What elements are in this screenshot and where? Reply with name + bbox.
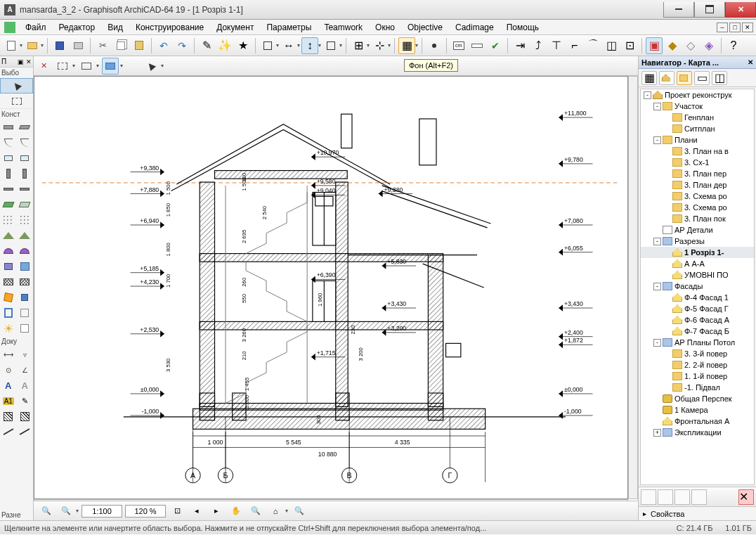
tree-row[interactable]: 1 Камера bbox=[641, 404, 754, 416]
tree-row[interactable]: Ф-6 Фасад А bbox=[641, 314, 754, 326]
new-file-button[interactable] bbox=[3, 37, 20, 54]
tool-level[interactable]: ▿ bbox=[17, 347, 34, 362]
tool-slab[interactable] bbox=[0, 197, 17, 212]
favorites-button[interactable]: ★ bbox=[235, 37, 252, 54]
zoom-tool-button[interactable]: 🔍 bbox=[291, 503, 308, 520]
window-minimize-button[interactable] bbox=[663, 2, 694, 18]
tree-row[interactable]: Ситплан bbox=[641, 123, 754, 134]
edit7-button[interactable]: ⊡ bbox=[621, 37, 638, 54]
layer-button[interactable]: ▦ bbox=[398, 37, 415, 54]
tool-mesh-alt[interactable] bbox=[17, 274, 34, 290]
tree-row[interactable]: Ф-4 Фасад 1 bbox=[641, 292, 754, 303]
tree-row[interactable]: -1. Підвал bbox=[641, 382, 754, 393]
check-button[interactable]: ✔ bbox=[487, 37, 504, 54]
tool-fill[interactable] bbox=[0, 409, 17, 424]
tool-dimension[interactable]: ⟷ bbox=[0, 347, 17, 362]
tree-row[interactable]: Фронтальная А bbox=[641, 416, 754, 427]
tool-zone-alt[interactable] bbox=[17, 305, 34, 321]
tool-shell[interactable] bbox=[0, 243, 17, 259]
canvas-tool2[interactable] bbox=[78, 58, 95, 75]
tool-arrow[interactable] bbox=[0, 78, 33, 94]
zoom1-button[interactable]: 🔍 bbox=[38, 503, 55, 520]
tool-angle[interactable]: ∠ bbox=[17, 362, 34, 378]
tree-row[interactable]: -Разрезы bbox=[641, 236, 754, 247]
tree-row[interactable]: +Экспликации bbox=[641, 427, 754, 438]
nav-prev-button[interactable]: ◂ bbox=[188, 503, 205, 520]
canvas-close-icon[interactable]: ✕ bbox=[41, 61, 47, 70]
tool-label-alt[interactable]: ✎ bbox=[17, 393, 34, 409]
tree-row[interactable]: -Участок bbox=[641, 101, 754, 112]
navigator-tab-2[interactable] bbox=[659, 71, 674, 85]
tree-row[interactable]: Генплан bbox=[641, 112, 754, 123]
grid-button[interactable]: ⊞ bbox=[350, 37, 367, 54]
tree-row[interactable]: Общая Перспек bbox=[641, 393, 754, 404]
menu-cadimage[interactable]: Cadimage bbox=[450, 21, 500, 34]
tool-marquee[interactable] bbox=[0, 94, 33, 109]
help-button[interactable]: ? bbox=[725, 37, 742, 54]
magic-button[interactable]: ✨ bbox=[216, 37, 233, 54]
redo-button[interactable]: ↶ bbox=[174, 37, 190, 54]
menu-editor[interactable]: Редактор bbox=[53, 21, 101, 34]
navigator-tab-3[interactable] bbox=[677, 71, 692, 85]
tool-door-alt[interactable] bbox=[17, 135, 34, 150]
tool-window-alt[interactable] bbox=[17, 150, 34, 166]
tree-row[interactable]: 1. 1-й повер bbox=[641, 371, 754, 382]
tool-column[interactable] bbox=[0, 166, 17, 181]
tool-stair[interactable] bbox=[0, 212, 17, 228]
menu-construction[interactable]: Конструирование bbox=[130, 21, 209, 34]
canvas[interactable]: АБВГ bbox=[34, 76, 628, 499]
orbit-button[interactable]: 🔍 bbox=[247, 503, 264, 520]
tree-row[interactable]: 2. 2-й повер bbox=[641, 359, 754, 371]
nav-next-button[interactable]: ▸ bbox=[208, 503, 225, 520]
tool-beam[interactable] bbox=[0, 181, 17, 197]
menu-help[interactable]: Помощь bbox=[501, 21, 545, 34]
print-button[interactable] bbox=[70, 37, 86, 54]
tree-row[interactable]: 3. 3-й повер bbox=[641, 348, 754, 359]
menu-window[interactable]: Окно bbox=[370, 21, 400, 34]
tree-row[interactable]: УМОВНІ ПО bbox=[641, 269, 754, 281]
tool-text-alt[interactable]: A bbox=[17, 378, 34, 393]
tool-column-alt[interactable] bbox=[17, 166, 34, 181]
tool-roof-alt[interactable] bbox=[17, 228, 34, 243]
measure-button[interactable] bbox=[450, 37, 467, 54]
snap3-button[interactable]: ↕ bbox=[301, 37, 318, 54]
canvas-tool3[interactable] bbox=[102, 58, 119, 75]
tool-beam-alt[interactable] bbox=[17, 181, 34, 197]
zoom2-button[interactable]: 🔍 bbox=[58, 503, 74, 520]
tree-row[interactable]: 3. План пок bbox=[641, 213, 754, 224]
tree-row[interactable]: А А-А bbox=[641, 258, 754, 269]
snap4-button[interactable] bbox=[322, 37, 339, 54]
tree-row[interactable]: Ф-7 Фасад Б bbox=[641, 326, 754, 337]
nav-foot-2[interactable] bbox=[658, 489, 673, 505]
edit6-button[interactable]: ◫ bbox=[603, 37, 620, 54]
menu-document[interactable]: Документ bbox=[211, 21, 259, 34]
fit-button[interactable]: ⊡ bbox=[169, 503, 185, 520]
tool-line[interactable] bbox=[0, 424, 17, 439]
tool-mesh[interactable] bbox=[0, 274, 17, 290]
save-button[interactable] bbox=[51, 37, 68, 54]
view3-button[interactable]: ◇ bbox=[682, 37, 699, 54]
nav-foot-4[interactable] bbox=[691, 489, 707, 505]
tool-text[interactable]: A bbox=[0, 378, 17, 393]
tool-shell-alt[interactable] bbox=[17, 243, 34, 259]
tree-row[interactable]: 3. План пер bbox=[641, 168, 754, 179]
tool-zone[interactable] bbox=[0, 305, 17, 321]
tool-morph[interactable] bbox=[0, 290, 17, 305]
zoom-field[interactable] bbox=[125, 505, 166, 518]
edit2-button[interactable]: ⤴ bbox=[530, 37, 547, 54]
tree-row[interactable]: 3. План на в bbox=[641, 146, 754, 157]
tool-stair-alt[interactable] bbox=[17, 212, 34, 228]
guide-button[interactable]: ⊹ bbox=[371, 37, 388, 54]
tool-wall-alt[interactable] bbox=[17, 120, 34, 135]
cut-button[interactable]: ✂ bbox=[94, 37, 111, 54]
canvas-cursor[interactable] bbox=[143, 58, 159, 75]
tool-window[interactable] bbox=[0, 150, 17, 166]
view1-button[interactable]: ▣ bbox=[646, 37, 663, 54]
tree-row[interactable]: -Плани bbox=[641, 134, 754, 146]
navigator-tab-4[interactable]: ▭ bbox=[694, 71, 710, 85]
pick-button[interactable]: ✎ bbox=[198, 37, 215, 54]
tree-row[interactable]: -АР Планы Потол bbox=[641, 337, 754, 348]
window-close-button[interactable] bbox=[725, 2, 756, 18]
mdi-close[interactable]: ✕ bbox=[742, 22, 753, 32]
edit1-button[interactable]: ⇥ bbox=[511, 37, 528, 54]
